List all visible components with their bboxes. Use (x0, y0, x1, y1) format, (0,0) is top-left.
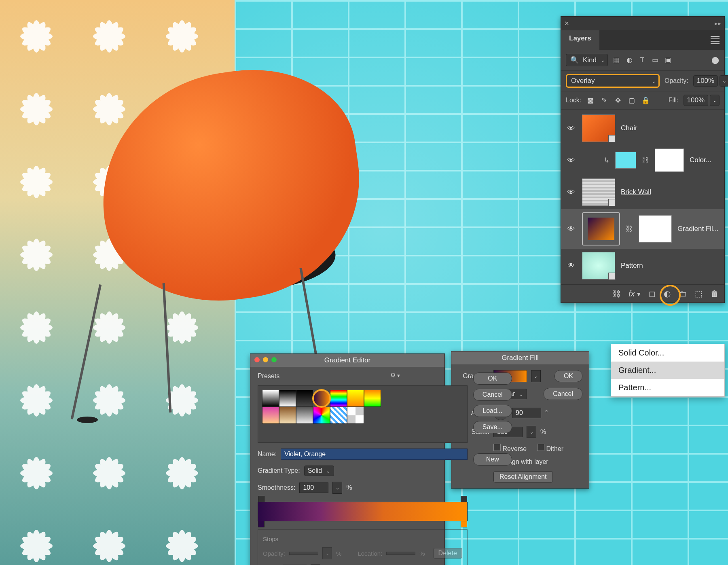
filter-shape-icon[interactable]: ▭ (651, 56, 660, 65)
panel-menu-icon[interactable] (706, 30, 724, 50)
preset-swatch[interactable] (330, 390, 347, 407)
preset-swatch[interactable] (296, 407, 313, 424)
angle-field[interactable]: 90 (512, 408, 541, 418)
smoothness-field[interactable]: 100 (299, 482, 328, 493)
filter-smart-icon[interactable]: ▣ (664, 56, 673, 65)
visibility-icon[interactable]: 👁 (566, 224, 576, 234)
menu-item-gradient[interactable]: Gradient... (611, 362, 724, 379)
filter-type-icon[interactable]: T (638, 56, 647, 65)
layer-color-fill[interactable]: 👁 ↳ ⛓ Color... (561, 145, 724, 175)
clip-icon: ↳ (604, 156, 609, 165)
visibility-icon[interactable]: 👁 (566, 187, 576, 197)
delete-layer-icon[interactable]: 🗑 (711, 289, 719, 298)
menu-item-pattern[interactable]: Pattern... (611, 379, 724, 396)
preset-swatch[interactable] (347, 407, 364, 424)
add-mask-icon[interactable]: ◻ (649, 289, 656, 298)
visibility-icon[interactable]: 👁 (566, 123, 576, 133)
gradient-type-select[interactable]: Solid ⌄ (304, 466, 334, 476)
lock-move-icon[interactable]: ✥ (614, 96, 622, 105)
preset-swatch[interactable] (262, 390, 279, 407)
ok-button[interactable]: OK (554, 370, 582, 382)
smoothness-unit: % (346, 484, 352, 491)
gradient-dropdown[interactable]: ⌄ (531, 370, 541, 382)
cancel-button[interactable]: Cancel (544, 388, 582, 400)
menu-item-solid-color[interactable]: Solid Color... (611, 344, 724, 362)
save-button[interactable]: Save... (473, 421, 512, 433)
gradient-type-label: Gradient Type: (258, 467, 300, 474)
link-mask-icon[interactable]: ⛓ (626, 225, 633, 233)
stop-opacity-label: Opacity: (263, 550, 285, 557)
adjustment-layer-icon[interactable]: ◐ (664, 289, 671, 298)
gradient-type-value: Solid (308, 467, 322, 474)
fill-label: Fill: (669, 97, 679, 104)
preset-swatch[interactable] (279, 407, 296, 424)
layer-name: Brick Wall (621, 188, 720, 196)
scale-dropdown[interactable]: ⌄ (527, 426, 536, 438)
window-controls[interactable] (254, 357, 277, 362)
preset-swatch[interactable] (279, 390, 296, 407)
preset-swatch[interactable] (330, 407, 347, 424)
stop-opacity-drop[interactable]: ⌄ (322, 547, 332, 559)
filter-toggle-icon[interactable]: ⬤ (711, 56, 720, 65)
visibility-icon[interactable]: 👁 (566, 260, 576, 271)
layer-thumbnail[interactable] (582, 252, 615, 279)
smoothness-dropdown[interactable]: ⌄ (332, 482, 342, 494)
link-mask-icon[interactable]: ⛓ (642, 156, 649, 165)
filter-kind-select[interactable]: 🔍 Kind ⌄ (566, 54, 608, 66)
layer-brick-wall[interactable]: 👁 Brick Wall (561, 175, 724, 209)
visibility-icon[interactable]: 👁 (566, 155, 576, 165)
layer-name: Gradient Fil... (677, 225, 720, 233)
preset-swatch[interactable] (364, 390, 381, 407)
filter-adjustment-icon[interactable]: ◐ (625, 56, 634, 65)
link-layers-icon[interactable]: ⛓ (612, 289, 620, 298)
gradient-bar[interactable] (258, 502, 468, 521)
preset-swatch[interactable] (313, 407, 330, 424)
delete-stop-button[interactable]: Delete (433, 548, 462, 559)
chevron-down-icon: ⌄ (519, 391, 523, 397)
layer-chair[interactable]: 👁 Chair (561, 111, 724, 145)
layer-thumbnail-selected[interactable] (582, 212, 620, 245)
layer-thumbnail[interactable] (615, 152, 636, 169)
preset-swatch[interactable] (347, 390, 364, 407)
lock-artboard-icon[interactable]: ▢ (627, 96, 636, 105)
preset-swatch[interactable] (262, 407, 279, 424)
layer-pattern[interactable]: 👁 Pattern (561, 249, 724, 283)
preset-swatch-selected[interactable] (313, 390, 330, 407)
new-button[interactable]: New (473, 453, 512, 466)
ok-button[interactable]: OK (473, 372, 512, 385)
new-layer-icon[interactable]: ⬚ (695, 289, 703, 298)
close-icon[interactable]: ✕ (564, 20, 569, 27)
layer-gradient-fill[interactable]: 👁 ⛓ Gradient Fil... (561, 209, 724, 249)
chevron-down-icon: ⌄ (652, 78, 656, 84)
layer-mask[interactable] (639, 215, 672, 243)
stops-label: Stops (263, 535, 462, 542)
collapse-icon[interactable]: ▸▸ (715, 20, 721, 27)
gear-icon[interactable]: ⚙ ▾ (390, 372, 400, 379)
gradient-name-input[interactable] (281, 449, 468, 460)
opacity-dropdown[interactable]: ⌄ (720, 75, 728, 87)
blend-mode-select[interactable]: Overlay ⌄ (566, 74, 660, 88)
layer-mask[interactable] (655, 148, 684, 172)
chevron-down-icon: ⌄ (326, 468, 330, 474)
stop-location-field[interactable] (386, 552, 415, 555)
lock-transparency-icon[interactable]: ▩ (586, 96, 595, 105)
lock-all-icon[interactable]: 🔒 (641, 96, 650, 105)
stops-section: Stops Opacity: ⌄% Location: % Delete Col… (258, 529, 468, 565)
fx-icon[interactable]: fx ▾ (629, 289, 641, 298)
dither-checkbox[interactable] (537, 444, 544, 451)
dither-label: Dither (546, 445, 563, 452)
cancel-button[interactable]: Cancel (473, 389, 512, 401)
stop-opacity-field[interactable] (289, 552, 318, 555)
filter-pixel-icon[interactable]: ▦ (612, 56, 621, 65)
opacity-value[interactable]: 100% (693, 75, 718, 87)
gradient-fill-dialog: Gradient Fill Gradient: ⌄ OK Style: Line… (451, 351, 589, 489)
tab-layers[interactable]: Layers (561, 30, 599, 50)
fill-dropdown[interactable]: ⌄ (710, 95, 720, 106)
fill-value[interactable]: 100% (684, 95, 708, 106)
layer-thumbnail[interactable] (582, 114, 615, 142)
search-icon: 🔍 (570, 56, 579, 64)
lock-brush-icon[interactable]: ✎ (600, 96, 609, 105)
preset-swatch[interactable] (296, 390, 313, 407)
layer-thumbnail[interactable] (582, 178, 615, 206)
load-button[interactable]: Load... (473, 405, 512, 417)
